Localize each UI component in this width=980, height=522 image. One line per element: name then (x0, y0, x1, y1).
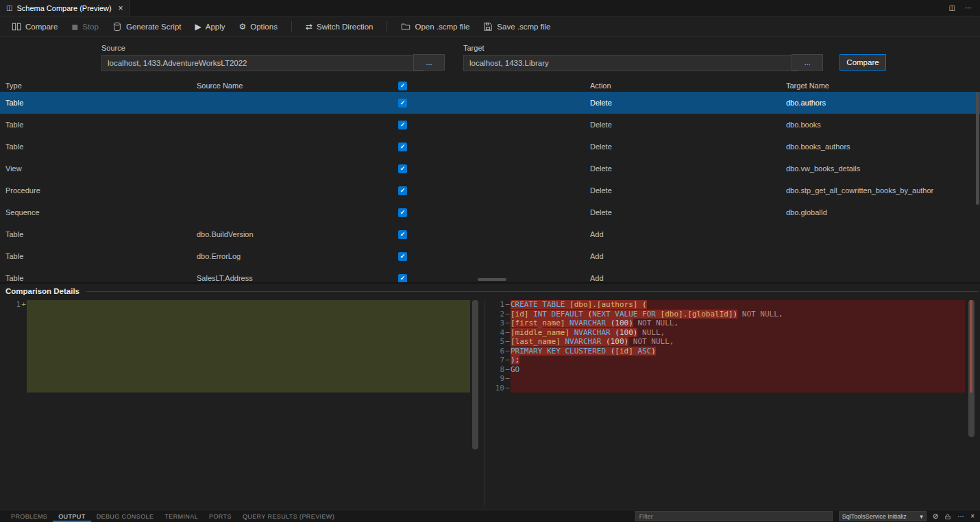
tab-close-icon[interactable]: × (119, 3, 123, 13)
lock-scroll-icon[interactable] (944, 513, 951, 520)
line-text: CREATE TABLE [dbo].[authors] ( (511, 300, 965, 310)
panel-tab-ports[interactable]: PORTS (204, 510, 237, 522)
diff-delete-marker: − (504, 356, 511, 365)
panel-tab-debug-console[interactable]: DEBUG CONSOLE (91, 510, 160, 522)
diff-code-line: 5 − [last_name] NVARCHAR (100) NOT NULL, (489, 337, 975, 347)
row-include-checkbox[interactable]: ✓ (398, 230, 407, 239)
diff-delete-marker: − (504, 328, 511, 338)
row-include-checkbox[interactable]: ✓ (398, 252, 407, 261)
grid-row[interactable]: Table ✓ Delete dbo.books_authors (0, 136, 980, 158)
panel-tab-query-results[interactable]: QUERY RESULTS (PREVIEW) (237, 510, 340, 522)
comparison-details-header: Comparison Details (0, 284, 980, 299)
row-source-name: dbo.BuildVersion (192, 230, 395, 238)
panel-tab-terminal[interactable]: TERMINAL (159, 510, 204, 522)
gear-icon: ⚙ (239, 23, 247, 31)
output-channel-select[interactable]: SqlToolsService Initializ ▾ (839, 511, 927, 521)
row-type: Table (0, 252, 192, 260)
row-action: Delete (589, 186, 785, 195)
row-include-checkbox[interactable]: ✓ (398, 164, 407, 173)
diff-editor: 1 + 1 − CREATE TABLE [dbo].[authors] ( 2… (5, 300, 975, 506)
grid-row[interactable]: Table dbo.ErrorLog ✓ Add (0, 245, 980, 267)
row-type: Table (0, 99, 192, 107)
row-include-checkbox[interactable]: ✓ (398, 186, 407, 195)
check-icon: ✓ (400, 210, 406, 216)
clear-output-icon[interactable]: ⊘ (933, 513, 938, 520)
grid-row[interactable]: Procedure ✓ Delete dbo.stp_get_all_cowri… (0, 179, 980, 201)
stop-button[interactable]: ◼ Stop (65, 21, 105, 33)
grid-row[interactable]: Sequence ✓ Delete dbo.globalId (0, 201, 980, 223)
row-type: Table (0, 121, 192, 129)
row-include-checkbox[interactable]: ✓ (398, 274, 407, 283)
panel-tab-output[interactable]: OUTPUT (53, 510, 90, 522)
open-scmp-label: Open .scmp file (415, 23, 469, 31)
close-panel-icon[interactable]: × (970, 513, 975, 520)
select-all-checkbox[interactable]: ✓ (398, 82, 407, 90)
target-browse-button[interactable]: ... (792, 54, 823, 71)
diff-source-pane: 1 + (5, 300, 480, 506)
bottom-panel: PROBLEMS OUTPUT DEBUG CONSOLE TERMINAL P… (0, 510, 980, 522)
open-scmp-button[interactable]: Open .scmp file (395, 20, 476, 34)
source-label: Source (101, 44, 125, 52)
line-text: ); (511, 356, 965, 365)
grid-horizontal-scrollbar[interactable] (478, 278, 506, 281)
code-token: [middle_name] (511, 328, 574, 337)
apply-button[interactable]: ▶ Apply (189, 21, 232, 33)
row-type: View (0, 164, 192, 173)
connection-header: Source ... Target ... Compare (0, 37, 980, 79)
code-token: INT DEFAULT (533, 310, 587, 319)
diff-pane-splitter[interactable] (480, 300, 489, 506)
column-header-target-name[interactable]: Target Name (785, 82, 980, 90)
options-button[interactable]: ⚙ Options (233, 21, 284, 33)
column-header-action[interactable]: Action (589, 82, 785, 90)
grid-row[interactable]: View ✓ Delete dbo.vw_books_details (0, 158, 980, 179)
save-scmp-button[interactable]: Save .scmp file (477, 20, 556, 34)
check-icon: ✓ (400, 232, 406, 238)
line-number: 8 (489, 365, 504, 375)
split-editor-icon[interactable]: ◫ (949, 5, 955, 12)
target-pane-scrollbar[interactable] (968, 300, 975, 437)
row-include-checkbox[interactable]: ✓ (398, 99, 407, 108)
generate-script-icon (112, 22, 122, 32)
row-include-checkbox[interactable]: ✓ (398, 121, 407, 129)
row-action: Add (589, 274, 785, 282)
more-actions-icon[interactable]: ⋯ (957, 513, 964, 520)
column-header-source-name[interactable]: Source Name (192, 82, 395, 90)
panel-tab-problems[interactable]: PROBLEMS (5, 510, 53, 522)
source-browse-button[interactable]: ... (413, 54, 445, 71)
grid-row[interactable]: Table dbo.BuildVersion ✓ Add (0, 223, 980, 245)
compare-button[interactable]: Compare (840, 54, 886, 71)
code-token: (100) (615, 328, 637, 337)
source-input[interactable] (101, 55, 424, 71)
row-action: Add (589, 230, 785, 238)
column-header-type[interactable]: Type (0, 82, 192, 90)
source-pane-scrollbar[interactable] (472, 300, 478, 449)
diff-delete-marker: − (504, 337, 511, 347)
panel-actions: SqlToolsService Initializ ▾ ⊘ ⋯ × (635, 511, 975, 521)
line-text (511, 384, 965, 393)
grid-row[interactable]: Table ✓ Delete dbo.authors (0, 92, 980, 114)
comparison-details-section: Comparison Details 1 + 1 − CREATE TABLE … (0, 282, 980, 510)
row-type: Table (0, 230, 192, 238)
row-action: Delete (589, 142, 785, 151)
grid-row[interactable]: Table ✓ Delete dbo.books (0, 114, 980, 136)
scrollbar-thumb[interactable] (976, 92, 979, 205)
grid-vertical-scrollbar[interactable] (975, 92, 980, 278)
row-include-checkbox[interactable]: ✓ (398, 142, 407, 151)
check-icon: ✓ (400, 253, 406, 260)
tab-schema-compare[interactable]: ◫ Schema Compare (Preview) × (0, 0, 130, 16)
diff-code-line: 2 − [id] INT DEFAULT (NEXT VALUE FOR [db… (489, 310, 975, 319)
stop-icon: ◼ (71, 23, 78, 31)
compare-toolbar-button[interactable]: Compare (5, 20, 64, 34)
switch-direction-button[interactable]: ⇄ Switch Direction (299, 21, 380, 33)
code-token: NVARCHAR (569, 319, 611, 327)
more-actions-icon[interactable]: ⋯ (965, 5, 972, 12)
line-number: 7 (489, 356, 504, 365)
line-text: GO (511, 365, 965, 375)
generate-script-button[interactable]: Generate Script (106, 20, 188, 34)
output-filter-input[interactable] (635, 511, 833, 521)
code-token: NULL, (637, 328, 665, 337)
target-input[interactable] (463, 55, 798, 71)
diff-delete-marker: − (504, 365, 511, 375)
row-include-checkbox[interactable]: ✓ (398, 208, 407, 217)
compare-label: Compare (25, 23, 58, 31)
